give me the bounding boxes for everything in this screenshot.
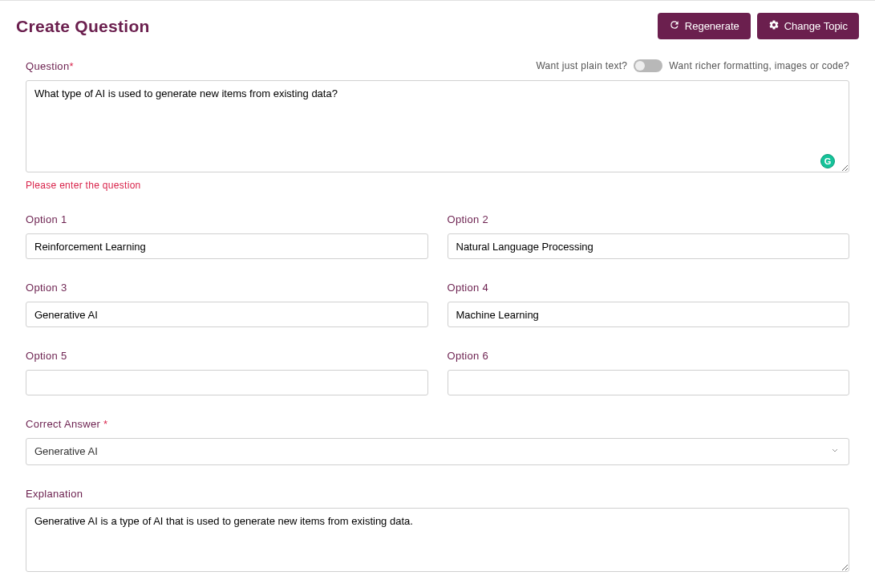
option1-input[interactable] [26,233,428,259]
option6-input[interactable] [448,370,850,395]
option6-label: Option 6 [448,350,850,362]
option5-input[interactable] [26,370,428,395]
explanation-label: Explanation [26,488,849,500]
required-star: * [103,418,107,430]
page-title: Create Question [16,17,150,36]
explanation-textarea[interactable] [26,508,849,572]
gear-icon [768,19,780,33]
question-error: Please enter the question [26,180,849,191]
change-topic-button[interactable]: Change Topic [757,13,859,39]
regenerate-button[interactable]: Regenerate [658,13,751,39]
toggle-right-text: Want richer formatting, images or code? [669,60,849,71]
option4-label: Option 4 [448,282,850,294]
option3-label: Option 3 [26,282,428,294]
refresh-icon [669,19,680,33]
option5-label: Option 5 [26,350,428,362]
correct-answer-label: Correct Answer * [26,418,849,430]
grammarly-icon[interactable]: G [820,154,835,168]
regenerate-label: Regenerate [685,20,739,32]
option1-label: Option 1 [26,213,428,225]
correct-answer-select[interactable]: Generative AI [26,438,849,465]
question-label: Question [26,60,69,72]
required-star: * [69,60,73,72]
format-toggle[interactable] [634,59,662,72]
option3-input[interactable] [26,302,428,327]
change-topic-label: Change Topic [784,20,848,32]
question-textarea[interactable] [26,80,849,172]
toggle-left-text: Want just plain text? [536,60,627,71]
option2-input[interactable] [448,233,850,259]
option2-label: Option 2 [448,213,850,225]
option4-input[interactable] [448,302,850,327]
